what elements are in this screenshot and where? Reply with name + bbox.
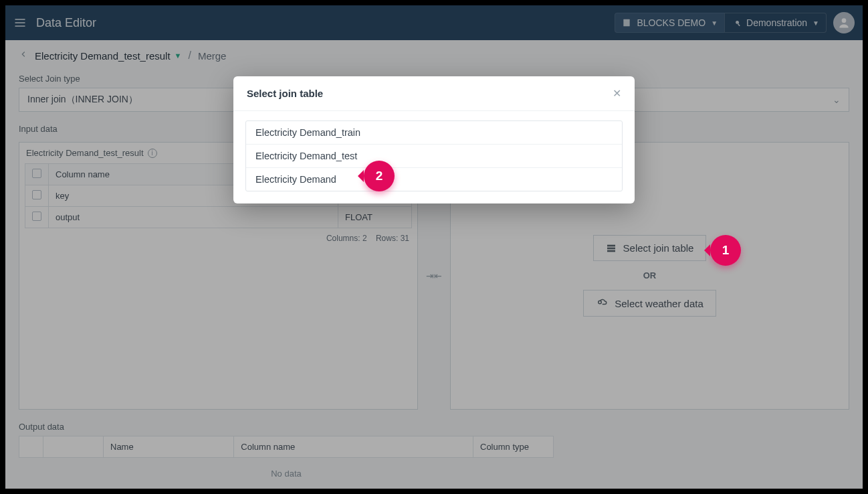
list-item[interactable]: Electricity Demand_train [246,121,622,145]
annotation-bubble-2: 2 [364,161,395,191]
modal-title: Select join table [247,88,323,99]
close-icon[interactable]: ✕ [613,87,621,100]
list-item[interactable]: Electricity Demand [246,168,622,191]
annotation-bubble-1: 1 [710,235,741,266]
modal-table-list: Electricity Demand_train Electricity Dem… [245,120,623,191]
select-join-table-modal: Select join table ✕ Electricity Demand_t… [233,76,635,203]
list-item[interactable]: Electricity Demand_test [246,145,622,168]
